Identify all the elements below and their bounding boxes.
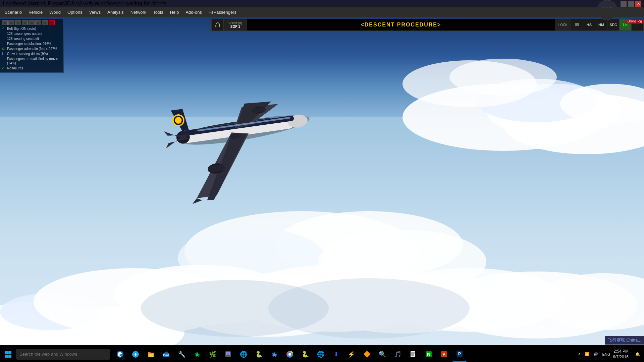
tb-btn-2[interactable]: □ bbox=[8, 20, 14, 25]
minimize-button[interactable]: ─ bbox=[621, 1, 627, 7]
satisfaction-text: Passenger satisfaction: 076% bbox=[7, 42, 51, 46]
tb-btn-7[interactable]: □ bbox=[42, 20, 48, 25]
taskbar-search[interactable] bbox=[16, 349, 110, 360]
maximize-button[interactable]: □ bbox=[628, 1, 634, 7]
svg-rect-75 bbox=[229, 356, 230, 356]
sky-background bbox=[0, 17, 644, 345]
tray-arrow[interactable]: ∧ bbox=[577, 351, 582, 357]
drinks-text: Crew is serving drinks (9%) bbox=[7, 52, 48, 56]
sop-label: SOP 1 bbox=[230, 25, 240, 28]
svg-rect-72 bbox=[229, 354, 230, 355]
svg-rect-56 bbox=[8, 351, 11, 354]
menu-fspassengers[interactable]: FsPassengers bbox=[205, 8, 240, 16]
music-app[interactable]: 🎵 bbox=[390, 347, 405, 362]
store-app[interactable]: BAG bbox=[159, 347, 174, 362]
tb-btn-5[interactable]: □ bbox=[29, 20, 35, 25]
svg-rect-50 bbox=[215, 25, 216, 27]
app11[interactable]: ◉ bbox=[267, 347, 282, 362]
tb-close-btn[interactable]: X bbox=[49, 20, 55, 25]
hm-button[interactable]: HM bbox=[595, 19, 607, 31]
app5[interactable]: 🔧 bbox=[174, 347, 189, 362]
satisfaction-item: Passenger satisfaction: 076% bbox=[2, 42, 62, 46]
app9[interactable]: 🌐 bbox=[236, 347, 251, 362]
network-tray[interactable]: 📶 bbox=[583, 351, 591, 357]
svg-rect-57 bbox=[5, 355, 8, 358]
app14[interactable]: 🌐 bbox=[313, 347, 328, 362]
flight-viewport bbox=[0, 17, 644, 345]
menu-options[interactable]: Options bbox=[64, 8, 86, 16]
a-app[interactable]: A bbox=[437, 347, 451, 362]
search-app[interactable]: 🔍 bbox=[375, 347, 390, 362]
seatbelt-text: 128 wearing seat belt bbox=[7, 37, 39, 41]
prepar3d-app[interactable]: P bbox=[452, 347, 467, 362]
tb-btn-3[interactable]: □ bbox=[15, 20, 21, 25]
procedure-display: <DESCENT PROCEDURE> bbox=[247, 19, 555, 31]
belt-sign-item: ✓ Belt Sign ON (auto) bbox=[2, 26, 62, 31]
ie-app[interactable]: e bbox=[128, 347, 143, 362]
headphone-icon[interactable] bbox=[212, 19, 224, 31]
check-icon: ✓ bbox=[2, 26, 6, 30]
menu-tools[interactable]: Tools bbox=[150, 8, 166, 16]
passengers-text: 128 passengers aboard bbox=[7, 32, 42, 36]
panel-icon-left[interactable] bbox=[571, 19, 583, 31]
sec-button[interactable]: SEC bbox=[607, 19, 620, 31]
app17[interactable]: 🔶 bbox=[360, 347, 374, 362]
blank-icon2 bbox=[2, 37, 6, 40]
notifications-btn[interactable]: 🔔 bbox=[634, 351, 641, 357]
tb-btn-6[interactable]: □ bbox=[35, 20, 41, 25]
menu-scenario[interactable]: Scenario bbox=[1, 8, 25, 16]
svg-rect-69 bbox=[226, 352, 230, 354]
tb-btn-4[interactable]: □ bbox=[22, 20, 28, 25]
window-title: Lockheed Martin® Prepar3D® v3 with WideS… bbox=[3, 1, 167, 7]
app16[interactable]: ⚡ bbox=[344, 347, 359, 362]
eng-indicator[interactable]: ENG bbox=[601, 352, 611, 357]
menu-help[interactable]: Help bbox=[167, 8, 182, 16]
menu-network[interactable]: Network bbox=[127, 8, 150, 16]
info-toolbar: □ □ □ □ □ □ □ X bbox=[2, 20, 62, 25]
flight-panel: VOICE(H) SOP 1 <DESCENT PROCEDURE> LOCK … bbox=[211, 19, 644, 31]
svg-rect-63 bbox=[148, 352, 151, 354]
menu-vehicle[interactable]: Vehicle bbox=[25, 8, 46, 16]
menu-world[interactable]: World bbox=[46, 8, 64, 16]
drinks-item: ℹ Crew is serving drinks (9%) bbox=[2, 52, 62, 56]
svg-text:e: e bbox=[135, 352, 137, 357]
python-app[interactable]: 🐍 bbox=[252, 347, 266, 362]
download-app[interactable]: ⬇ bbox=[329, 347, 343, 362]
n-app[interactable]: N bbox=[421, 347, 436, 362]
svg-rect-51 bbox=[219, 25, 220, 27]
svg-rect-53 bbox=[575, 24, 579, 25]
app7[interactable]: 🌿 bbox=[205, 347, 220, 362]
svg-rect-70 bbox=[226, 354, 227, 355]
notepad-app[interactable] bbox=[406, 347, 421, 362]
taskbar-apps: e BAG 🔧 ◉ 🌿 bbox=[113, 347, 577, 362]
cloud-layer bbox=[0, 17, 644, 345]
menu-analysis[interactable]: Analysis bbox=[104, 8, 127, 16]
svg-text:P: P bbox=[458, 352, 461, 356]
info-icon: ℹ bbox=[2, 52, 6, 55]
tb-btn-1[interactable]: □ bbox=[2, 20, 8, 25]
close-button[interactable]: ✕ bbox=[635, 1, 641, 7]
seatbelt-item: 128 wearing seat belt bbox=[2, 37, 62, 41]
svg-point-78 bbox=[289, 353, 291, 355]
svg-text:A: A bbox=[443, 352, 446, 357]
svg-point-12 bbox=[449, 59, 557, 96]
svg-rect-64 bbox=[149, 354, 153, 357]
hs-button[interactable]: HS bbox=[583, 19, 595, 31]
app13[interactable]: 🐍 bbox=[298, 347, 313, 362]
calculator-app[interactable] bbox=[221, 347, 235, 362]
menu-addons[interactable]: Add-ons bbox=[182, 8, 205, 16]
window-controls: ─ □ ✕ bbox=[621, 1, 641, 7]
explorer-app[interactable] bbox=[144, 347, 158, 362]
warn-icon: ⚠ bbox=[2, 47, 6, 50]
svg-rect-74 bbox=[228, 356, 229, 356]
start-button[interactable] bbox=[0, 346, 16, 362]
volume-tray[interactable]: 🔊 bbox=[592, 351, 599, 357]
lock-indicator: LOCK bbox=[555, 19, 571, 31]
voice-label: VOICE(H) bbox=[228, 21, 242, 25]
svg-rect-71 bbox=[228, 354, 229, 355]
edge-app[interactable] bbox=[113, 347, 127, 362]
chrome-app[interactable] bbox=[282, 347, 297, 362]
menu-views[interactable]: Views bbox=[86, 8, 104, 16]
watermark: 飞行赛联 China... bbox=[605, 336, 644, 345]
app6[interactable]: ◉ bbox=[190, 347, 205, 362]
